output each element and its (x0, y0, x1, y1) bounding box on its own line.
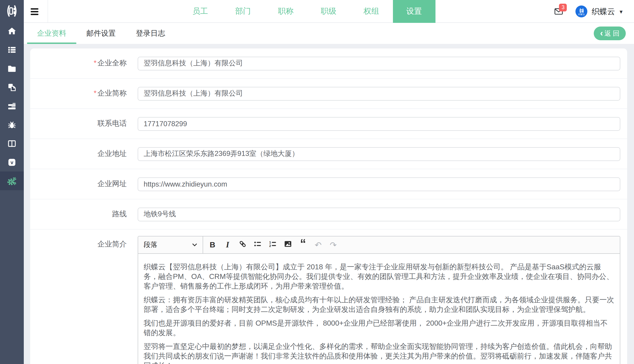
editor-paragraph-2: 我们也是开源项目的爱好者，目前 OPMS是开源软件， 8000+企业用户已经部署… (144, 318, 614, 338)
notifications-button[interactable]: 3 (555, 6, 565, 16)
server-icon (7, 101, 16, 110)
field-label: *企业全称 (30, 58, 127, 68)
ordered-list-button[interactable]: 12 (265, 236, 280, 254)
user-cluster: 3 织蝶云 织蝶云 ▾ (555, 0, 634, 23)
link-button[interactable] (235, 236, 250, 254)
avatar[interactable]: 织蝶云 (576, 6, 588, 18)
user-name[interactable]: 织蝶云 (592, 6, 615, 17)
subtabs: 企业资料邮件设置登录日志 (27, 23, 175, 44)
sidebar-nav: v (0, 22, 24, 190)
italic-icon: I (226, 240, 229, 250)
sidebar-item-home[interactable] (0, 22, 24, 40)
sidebar-toggle-button[interactable] (31, 0, 48, 23)
columns-icon (7, 139, 16, 148)
form-row-1: *企业简称 (30, 79, 627, 109)
top-nav-tabs: 员工部门职称职级权组设置 (179, 0, 436, 23)
sidebar-item-copy[interactable] (0, 78, 24, 96)
sidebar: v (0, 0, 24, 364)
form-row-5: 路线 (30, 200, 627, 230)
back-button[interactable]: ‹ 返 回 (594, 26, 626, 40)
field-input-1[interactable] (138, 87, 620, 100)
sidebar-item-vimeo[interactable]: v (0, 153, 24, 172)
editor-paragraph-1: 织蝶云：拥有资历丰富的研发精英团队，核心成员均有十年以上的研发管理经验； 产品自… (144, 295, 614, 314)
avatar-logo-icon (579, 8, 584, 14)
field-input-3[interactable] (138, 147, 620, 161)
svg-text:1: 1 (269, 240, 271, 244)
paragraph-style-select[interactable]: 段落 (138, 236, 203, 254)
chevron-down-icon (192, 243, 197, 246)
field-input-0[interactable] (138, 56, 620, 70)
image-icon (284, 240, 292, 250)
sidebar-item-bug[interactable] (0, 115, 24, 134)
editor-content[interactable]: 织蝶云【翌羽信息科技（上海）有限公司】成立于 2018 年，是一家专注于企业应用… (138, 254, 620, 364)
chevron-down-icon[interactable]: ▾ (620, 8, 622, 15)
form-rows: *企业全称*企业简称联系电话企业地址企业网址路线 (30, 48, 627, 230)
bug-icon (7, 120, 16, 129)
editor-paragraph-3: 翌羽将一直坚定心中最初的梦想，以满足企业个性化、多样化的需求，帮助企业全面实现智… (144, 342, 614, 364)
toolbar-buttons: BI12“↶↷ (203, 236, 341, 254)
ordered-list-icon: 12 (268, 240, 277, 250)
nav-tab-4[interactable]: 权组 (350, 0, 393, 23)
blockquote-button[interactable]: “ (296, 236, 310, 254)
subtab-0[interactable]: 企业资料 (27, 23, 76, 44)
chevron-left-icon: ‹ (600, 28, 603, 37)
home-icon (7, 26, 16, 36)
required-asterisk: * (94, 59, 96, 67)
field-label: 联系电话 (30, 119, 127, 128)
italic-button[interactable]: I (220, 236, 235, 254)
field-label-intro: 企业简介 (30, 240, 127, 249)
field-input-4[interactable] (138, 177, 620, 191)
avatar-label: 织蝶云 (578, 13, 585, 15)
sidebar-item-list[interactable] (0, 40, 24, 59)
app-window: v 员工部门职称职级权组设置 3 (0, 0, 634, 364)
nav-tab-2[interactable]: 职称 (264, 0, 307, 23)
list-icon (7, 45, 16, 54)
subtab-2[interactable]: 登录日志 (126, 23, 175, 44)
header-divider (48, 0, 48, 22)
nav-tab-1[interactable]: 部门 (222, 0, 264, 23)
sidebar-item-gears[interactable] (0, 172, 24, 190)
field-input-2[interactable] (138, 117, 620, 130)
rich-text-editor: 段落 BI12“↶↷ 织蝶云【翌羽信息科技（上海）有限公司】成立于 2018 年… (138, 236, 620, 364)
bullet-list-icon (254, 240, 262, 250)
field-label: 企业地址 (30, 149, 127, 159)
form-row-2: 联系电话 (30, 109, 627, 139)
sidebar-item-server[interactable] (0, 96, 24, 115)
sidebar-item-folder[interactable] (0, 59, 24, 78)
required-asterisk: * (94, 89, 96, 97)
bold-icon: B (210, 240, 216, 250)
main-content: *企业全称*企业简称联系电话企业地址企业网址路线 企业简介 段落 BI12“↶↷… (24, 44, 634, 364)
nav-tab-5[interactable]: 设置 (393, 0, 436, 23)
link-icon (238, 240, 247, 250)
form-row-0: *企业全称 (30, 48, 627, 79)
nav-tab-3[interactable]: 职级 (307, 0, 350, 23)
folder-icon (7, 64, 16, 73)
image-button[interactable] (280, 236, 296, 254)
sidebar-item-columns[interactable] (0, 134, 24, 153)
field-input-5[interactable] (138, 208, 620, 221)
copy-icon (7, 82, 16, 92)
redo-icon: ↷ (330, 240, 337, 250)
intro-row: 企业简介 段落 BI12“↶↷ 织蝶云【翌羽信息科技（上海）有限公司】成立于 2… (30, 230, 627, 364)
app-logo[interactable] (0, 0, 24, 22)
undo-button[interactable]: ↶ (310, 236, 326, 254)
bold-button[interactable]: B (205, 236, 220, 254)
bullet-list-button[interactable] (250, 236, 265, 254)
subtab-bar: 企业资料邮件设置登录日志 ‹ 返 回 (24, 23, 634, 44)
zhidieyun-logo-icon (5, 4, 19, 18)
notification-badge: 3 (559, 4, 567, 12)
redo-button[interactable]: ↷ (326, 236, 341, 254)
undo-icon: ↶ (315, 240, 322, 250)
svg-text:2: 2 (269, 244, 271, 248)
nav-tab-0[interactable]: 员工 (179, 0, 222, 23)
gears-icon (7, 176, 17, 186)
form-row-4: 企业网址 (30, 169, 627, 200)
svg-text:v: v (10, 159, 14, 165)
field-label: *企业简称 (30, 89, 127, 98)
editor-paragraph-0: 织蝶云【翌羽信息科技（上海）有限公司】成立于 2018 年，是一家专注于企业应用… (144, 262, 614, 291)
field-label: 路线 (30, 210, 127, 219)
subtab-1[interactable]: 邮件设置 (76, 23, 126, 44)
hamburger-icon (31, 8, 38, 9)
company-profile-form: *企业全称*企业简称联系电话企业地址企业网址路线 企业简介 段落 BI12“↶↷… (30, 48, 627, 364)
field-label: 企业网址 (30, 179, 127, 189)
